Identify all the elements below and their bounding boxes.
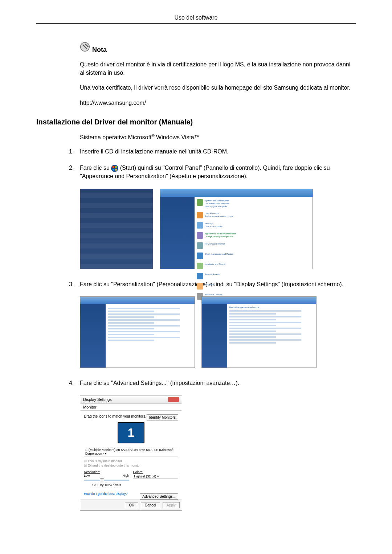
- dialog-tab-monitor[interactable]: Monitor: [80, 404, 182, 411]
- step-1-num: 1.: [69, 147, 80, 156]
- step-3-num: 3.: [69, 280, 80, 288]
- step-2-images: System and MaintenanceGet started with W…: [80, 189, 356, 269]
- close-icon[interactable]: [168, 397, 179, 402]
- note-paragraph-2: Una volta certificato, il driver verrà r…: [80, 83, 356, 92]
- step-2-text: Fare clic su (Start) quindi su "Control …: [80, 164, 356, 180]
- header-rule: [36, 23, 356, 24]
- extend-desktop-checkbox[interactable]: ☑ Extend the desktop onto this monitor: [84, 464, 178, 467]
- os-suffix: Windows Vista™: [155, 134, 200, 140]
- appearance-screenshot: [80, 296, 195, 368]
- best-display-help-link[interactable]: How do I get the best display?: [84, 492, 128, 496]
- note-label: Nota: [92, 46, 107, 54]
- page-header: Uso del software: [36, 15, 356, 21]
- step-4-num: 4.: [69, 379, 80, 387]
- svg-point-1: [111, 165, 118, 172]
- cancel-button[interactable]: Cancel: [141, 502, 160, 508]
- step-2-num: 2.: [69, 164, 80, 180]
- note-url: http://www.samsung.com/: [80, 99, 356, 107]
- start-menu-screenshot: [80, 189, 153, 269]
- monitor-preview[interactable]: 1: [118, 422, 144, 443]
- resolution-label: Resolution:: [84, 470, 129, 474]
- note-paragraph-1: Questo driver del monitor è in via di ce…: [80, 60, 356, 77]
- resolution-value: 1280 by 1024 pixels: [84, 483, 129, 487]
- apply-button[interactable]: Apply: [163, 502, 180, 508]
- section-heading: Installazione del Driver del monitor (Ma…: [36, 118, 356, 126]
- svg-rect-4: [113, 169, 114, 171]
- dialog-title: Display Settings: [83, 397, 112, 402]
- step-4: 4. Fare clic su "Advanced Settings..." (…: [69, 379, 356, 387]
- personalize-screenshot: Personalize appearance and sounds: [201, 296, 317, 368]
- note-icon: [80, 42, 90, 54]
- res-high: High: [122, 474, 129, 477]
- step-2-pre: Fare clic su: [80, 165, 111, 171]
- res-low: Low: [84, 474, 90, 477]
- step-1-text: Inserire il CD di installazione manuale …: [80, 147, 356, 156]
- resolution-slider[interactable]: [84, 480, 129, 481]
- svg-rect-3: [115, 166, 117, 168]
- ok-button[interactable]: OK: [125, 502, 138, 508]
- os-line: Sistema operativo Microsoft® Windows Vis…: [80, 134, 356, 141]
- advanced-settings-button[interactable]: Advanced Settings...: [140, 493, 178, 500]
- note-heading: Nota: [80, 42, 356, 54]
- windows-start-icon: [111, 165, 118, 172]
- step-3-images: Personalize appearance and sounds: [80, 296, 356, 368]
- colors-select[interactable]: Highest (32 bit) ▾: [133, 474, 178, 479]
- main-monitor-checkbox[interactable]: ☑ This is my main monitor: [84, 459, 178, 463]
- os-prefix: Sistema operativo Microsoft: [80, 134, 151, 140]
- monitor-device-select[interactable]: 1. (Multiple Monitors) on NVIDIA GeForce…: [84, 447, 178, 456]
- svg-rect-5: [115, 169, 117, 171]
- step-2: 2. Fare clic su (Start) quindi su "Contr…: [69, 164, 356, 180]
- identify-monitors-button[interactable]: Identify Monitors: [147, 414, 178, 420]
- step-1: 1. Inserire il CD di installazione manua…: [69, 147, 356, 156]
- colors-label: Colors:: [133, 470, 178, 474]
- step-4-text: Fare clic su "Advanced Settings..." (Imp…: [80, 379, 356, 387]
- svg-rect-2: [113, 166, 114, 168]
- control-panel-screenshot: System and MaintenanceGet started with W…: [160, 189, 313, 269]
- display-settings-dialog: Display Settings Monitor Identify Monito…: [80, 395, 182, 511]
